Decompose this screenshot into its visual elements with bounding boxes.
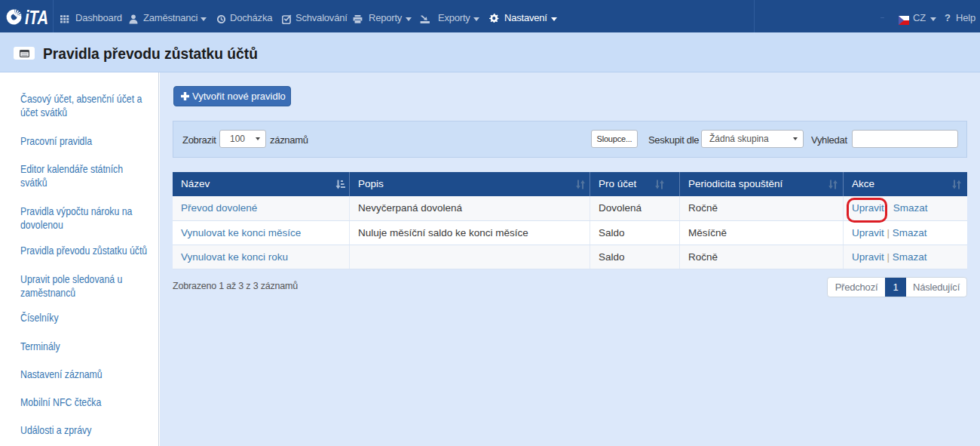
svg-text:iTA: iTA	[25, 6, 48, 29]
